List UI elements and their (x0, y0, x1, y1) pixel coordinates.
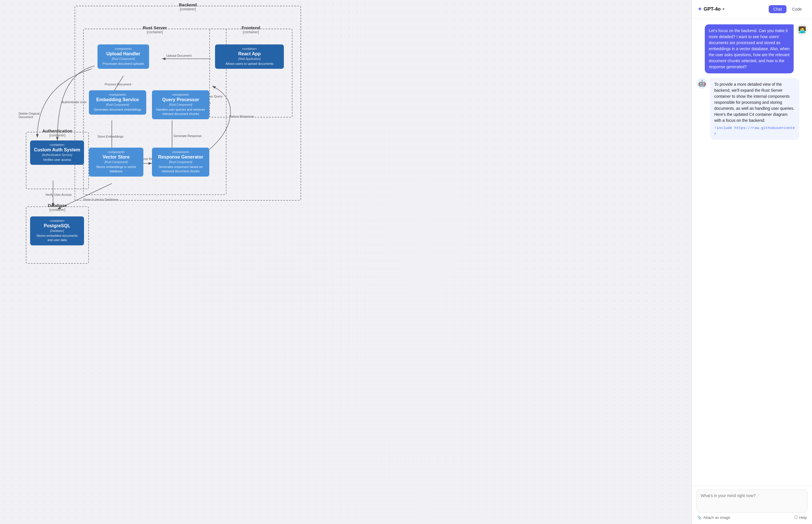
bot-avatar: 🤖 (696, 78, 707, 89)
attach-icon: 📎 (697, 515, 702, 520)
help-button[interactable]: ⓘ Help (794, 515, 807, 520)
model-selector[interactable]: ✦ GPT-4o ▾ (698, 6, 724, 12)
user-bubble: Let's focus on the backend. Can you make… (705, 24, 794, 73)
bot-message-row: 🤖 To provide a more detailed view of the… (696, 78, 808, 140)
bot-message-text: To provide a more detailed view of the b… (714, 82, 794, 123)
bot-bubble: To provide a more detailed view of the b… (710, 78, 799, 140)
chat-input[interactable] (701, 493, 803, 507)
chat-tabs: Chat Code (769, 5, 806, 13)
attach-image-button[interactable]: 📎 Attach an image (697, 515, 730, 520)
chat-messages: 🧑‍💻 Let's focus on the backend. Can you … (692, 19, 812, 486)
arrow-label-verify: Verify User Access (45, 193, 72, 196)
response-generator-card: «component» Response Generator [Rust Com… (152, 148, 209, 177)
model-name: GPT-4o (704, 6, 721, 12)
upload-handler-card: «component» Upload Handler [Rust Compone… (97, 45, 149, 69)
backend-label: Backend [container] (179, 2, 197, 11)
help-icon: ⓘ (794, 515, 798, 520)
user-message-row: 🧑‍💻 Let's focus on the backend. Can you … (696, 24, 808, 73)
database-label: Database [container] (48, 203, 67, 212)
auth-label: Authentication [container] (43, 128, 72, 137)
vector-store-card: «component» Vector Store [Rust Component… (89, 148, 143, 177)
react-app-card: «container» React App [Web Application] … (215, 45, 284, 69)
frontend-label: Frontend [container] (242, 25, 260, 34)
tab-chat[interactable]: Chat (769, 5, 786, 13)
diagram-area: Upload Document Process Document Store E… (0, 0, 692, 524)
chevron-down-icon: ▾ (722, 7, 724, 11)
user-avatar: 🧑‍💻 (797, 24, 808, 35)
chat-input-box[interactable] (696, 490, 808, 512)
custom-auth-card: «container» Custom Auth System [Authenti… (30, 141, 84, 165)
attach-label: Attach an image (703, 515, 730, 520)
embedding-service-card: «component» Embedding Service [Rust Comp… (89, 90, 146, 115)
help-label: Help (799, 515, 807, 520)
arrow-label-delete: Delete OriginalDocument (19, 112, 39, 119)
chat-header: ✦ GPT-4o ▾ Chat Code (692, 0, 812, 19)
chat-input-area: 📎 Attach an image ⓘ Help (692, 486, 812, 524)
postgresql-card: «container» PostgreSQL [Database] Stores… (30, 216, 84, 245)
rust-server-label: Rust Server [container] (143, 25, 167, 34)
chat-input-footer: 📎 Attach an image ⓘ Help (696, 515, 808, 520)
bot-code-snippet: !include https://raw.githubuserconter (714, 125, 795, 136)
chat-panel: ✦ GPT-4o ▾ Chat Code 🧑‍💻 Let's focus on … (692, 0, 812, 524)
query-processor-card: «component» Query Processor [Rust Compon… (152, 90, 209, 119)
tab-code[interactable]: Code (787, 5, 806, 13)
diagram-container: Upload Document Process Document Store E… (0, 0, 692, 524)
spark-icon: ✦ (698, 6, 702, 12)
frontend-container: Frontend [container] (209, 29, 292, 117)
